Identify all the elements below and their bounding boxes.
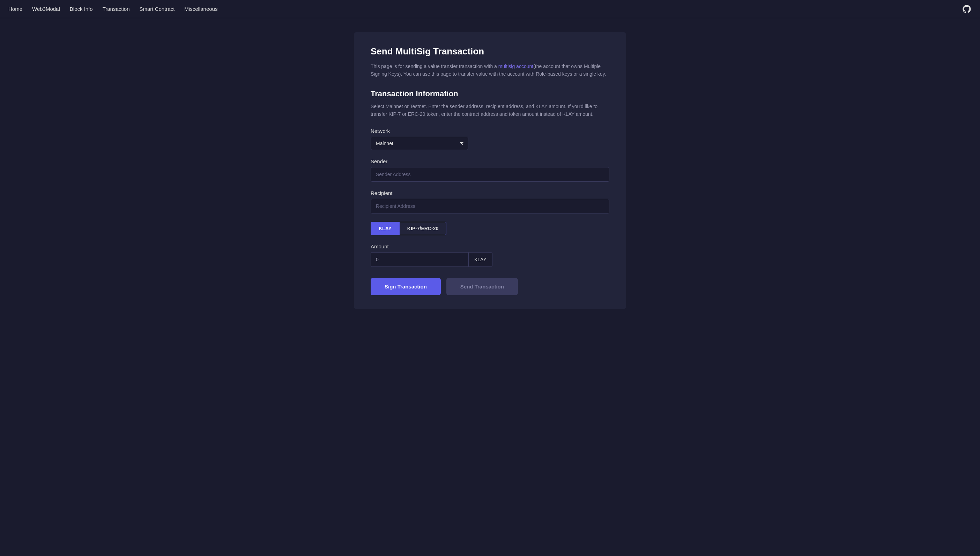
page-description: This page is for sending a value transfe…	[371, 63, 609, 78]
amount-row: KLAY	[371, 252, 609, 267]
recipient-label: Recipient	[371, 190, 609, 196]
nav-web3modal[interactable]: Web3Modal	[32, 6, 60, 12]
navbar: Home Web3Modal Block Info Transaction Sm…	[0, 0, 980, 18]
card: Send MultiSig Transaction This page is f…	[354, 32, 626, 309]
desc-pre: This page is for sending a value transfe…	[371, 63, 498, 69]
recipient-input[interactable]	[371, 199, 609, 213]
network-label: Network	[371, 128, 609, 134]
github-icon[interactable]	[962, 4, 972, 14]
amount-field-group: Amount KLAY	[371, 244, 609, 267]
nav-transaction[interactable]: Transaction	[103, 6, 130, 12]
kip7-token-button[interactable]: KIP-7/ERC-20	[400, 222, 446, 235]
nav-miscellaneous[interactable]: Miscellaneous	[184, 6, 217, 12]
multisig-link[interactable]: multisig account	[498, 63, 533, 69]
action-buttons: Sign Transaction Send Transaction	[371, 278, 609, 295]
klay-token-button[interactable]: KLAY	[371, 222, 400, 235]
amount-unit: KLAY	[468, 252, 492, 267]
nav-block-info[interactable]: Block Info	[70, 6, 93, 12]
token-toggle-group: KLAY KIP-7/ERC-20	[371, 222, 609, 235]
network-select[interactable]: Mainnet Testnet	[371, 137, 468, 150]
sign-transaction-button[interactable]: Sign Transaction	[371, 278, 441, 295]
main-content: Send MultiSig Transaction This page is f…	[0, 18, 980, 323]
amount-label: Amount	[371, 244, 609, 249]
network-field-group: Network Mainnet Testnet ⌄	[371, 128, 609, 150]
network-select-wrapper: Mainnet Testnet ⌄	[371, 137, 468, 150]
nav-links: Home Web3Modal Block Info Transaction Sm…	[8, 6, 217, 12]
recipient-field-group: Recipient	[371, 190, 609, 213]
send-transaction-button[interactable]: Send Transaction	[446, 278, 518, 295]
nav-smart-contract[interactable]: Smart Contract	[139, 6, 175, 12]
nav-home[interactable]: Home	[8, 6, 22, 12]
sender-field-group: Sender	[371, 158, 609, 182]
sender-label: Sender	[371, 158, 609, 164]
page-title: Send MultiSig Transaction	[371, 46, 609, 57]
sender-input[interactable]	[371, 167, 609, 182]
amount-input[interactable]	[371, 252, 468, 267]
section-description: Select Mainnet or Testnet. Enter the sen…	[371, 103, 609, 118]
section-title: Transaction Information	[371, 89, 609, 99]
